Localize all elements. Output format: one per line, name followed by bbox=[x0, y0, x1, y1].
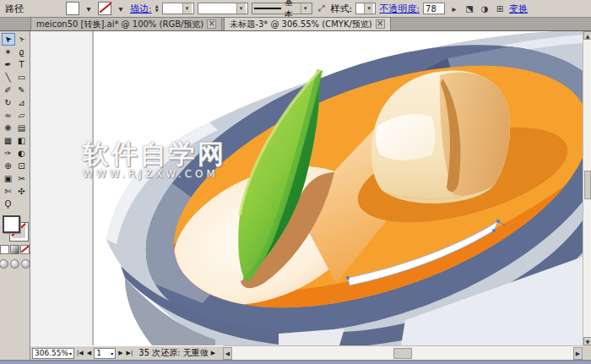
rectangle-tool[interactable]: ▭ bbox=[15, 71, 29, 84]
pencil-tool[interactable]: ✎ bbox=[15, 84, 29, 96]
gradient-button[interactable] bbox=[10, 245, 19, 254]
next-artboard-button[interactable]: ▶ bbox=[117, 350, 123, 356]
stroke-weight-stepper[interactable]: ▲▼ bbox=[155, 4, 159, 13]
hand-tool[interactable]: ✣ bbox=[15, 185, 29, 198]
slice-tool[interactable]: ✂ bbox=[15, 172, 29, 185]
tool-slot-empty bbox=[15, 198, 29, 210]
artboard-edge bbox=[93, 31, 94, 345]
color-button[interactable] bbox=[0, 245, 9, 254]
bowl-of-soup-illustration bbox=[30, 31, 583, 345]
direct-selection-tool[interactable]: ➢ bbox=[15, 33, 29, 46]
screen-mode-buttons bbox=[0, 259, 30, 269]
zoom-level-combo[interactable]: 306.55% ▾ bbox=[32, 348, 74, 359]
prev-artboard-button[interactable]: ◀ bbox=[86, 350, 92, 356]
brush-definition-combo[interactable]: 基本 ▾ bbox=[252, 3, 312, 14]
scroll-right-icon[interactable]: ▶ bbox=[573, 347, 583, 360]
constrain-proportions-icon[interactable]: ⤢ bbox=[316, 3, 328, 14]
chevron-down-icon[interactable]: ▾ bbox=[364, 3, 373, 14]
line-tool[interactable]: ╲ bbox=[2, 71, 15, 84]
style-combo[interactable]: ▾ bbox=[355, 3, 376, 14]
control-bar: 路径 ▾ ▾ 描边: ▲▼ ▾ ▾ 基本 ▾ ⤢ 样式: ▾ 不透明度: 78 … bbox=[0, 0, 591, 18]
free-transform-tool[interactable]: ▱ bbox=[15, 109, 29, 122]
tools-panel: ➤ ➢ ✶ ϱ ✒ T ╲ ▭ ✐ ✎ ↻ ⊿ ≈ ▱ ❋ ▤ ▦ ◧ ✑ ◐ … bbox=[0, 31, 30, 360]
last-artboard-button[interactable]: ▶| bbox=[126, 350, 134, 356]
tab-title: meicon50 [转换].ai* @ 100% (RGB/预览) bbox=[36, 19, 203, 30]
mesh-tool[interactable]: ▦ bbox=[2, 134, 15, 147]
gradient-tool[interactable]: ◧ bbox=[15, 134, 29, 147]
selection-tool[interactable]: ➤ bbox=[2, 33, 15, 46]
fill-swatch-white[interactable] bbox=[3, 215, 20, 233]
scrollbar-corner bbox=[583, 345, 591, 360]
symbol-sprayer-tool[interactable]: ❋ bbox=[2, 122, 15, 134]
brush-stroke-preview bbox=[254, 8, 281, 9]
horizontal-scrollbar[interactable]: ◀ ▶ bbox=[223, 345, 583, 360]
chevron-down-icon[interactable]: ▾ bbox=[182, 3, 192, 14]
opacity-combo[interactable]: 78 bbox=[423, 3, 445, 14]
selection-context-label: 路径 bbox=[5, 3, 24, 15]
transform-panel-link[interactable]: 变换 bbox=[509, 3, 528, 15]
anchor-point[interactable] bbox=[496, 220, 500, 223]
close-icon[interactable]: × bbox=[207, 19, 216, 29]
tab-untitled-3[interactable]: 未标题-3* @ 306.55% (CMYK/预览) × bbox=[224, 17, 390, 30]
screen-mode-normal-button[interactable] bbox=[0, 259, 8, 269]
scroll-down-icon[interactable]: ▼ bbox=[583, 337, 591, 345]
fill-stroke-widget bbox=[3, 215, 28, 241]
style-label: 样式: bbox=[331, 3, 353, 15]
first-artboard-button[interactable]: |◀ bbox=[76, 350, 84, 356]
select-similar-icon[interactable]: ⊞ bbox=[494, 4, 506, 14]
opacity-panel-link[interactable]: 不透明度: bbox=[379, 3, 420, 15]
magic-wand-tool[interactable]: ✶ bbox=[2, 46, 15, 58]
stroke-dropdown-icon[interactable]: ▾ bbox=[115, 4, 127, 14]
opacity-flyout-icon[interactable]: ▸ bbox=[448, 4, 460, 14]
artboard-tool[interactable]: ▣ bbox=[2, 172, 15, 185]
scale-tool[interactable]: ⊿ bbox=[15, 96, 29, 109]
document-tab-bar: meicon50 [转换].ai* @ 100% (RGB/预览) × 未标题-… bbox=[0, 18, 591, 31]
recolor-artwork-icon[interactable]: ◑ bbox=[479, 4, 491, 14]
stroke-weight-combo[interactable]: ▾ bbox=[162, 3, 194, 14]
chevron-down-icon[interactable]: ▾ bbox=[236, 3, 246, 14]
pasteboard bbox=[30, 31, 93, 345]
tab-meicon50[interactable]: meicon50 [转换].ai* @ 100% (RGB/预览) × bbox=[30, 17, 222, 30]
eyedropper-tool[interactable]: ✑ bbox=[2, 147, 15, 160]
screen-mode-menu-button[interactable] bbox=[10, 259, 19, 269]
isolate-selection-icon[interactable]: ⬔ bbox=[464, 4, 475, 14]
status-flyout-icon[interactable]: ▶ bbox=[210, 350, 216, 356]
blend-tool[interactable]: ◐ bbox=[15, 147, 29, 160]
stroke-color-swatch[interactable] bbox=[98, 2, 111, 15]
live-paint-selection-tool[interactable]: ⊡ bbox=[15, 160, 29, 172]
window-bottom-edge bbox=[0, 360, 591, 364]
fill-color-swatch[interactable] bbox=[66, 2, 79, 15]
anchor-point[interactable] bbox=[346, 276, 350, 280]
undo-status-text: 35 次还原: 无重做 bbox=[138, 347, 208, 359]
width-profile-combo[interactable]: ▾ bbox=[198, 3, 248, 14]
vertical-scrollbar[interactable]: ▲ ▼ bbox=[583, 31, 591, 345]
scroll-up-icon[interactable]: ▲ bbox=[583, 31, 591, 40]
screen-mode-full-button[interactable] bbox=[21, 259, 30, 269]
horizontal-scroll-thumb[interactable] bbox=[393, 348, 412, 359]
rotate-tool[interactable]: ↻ bbox=[2, 96, 15, 109]
document-canvas[interactable]: 软件自学网 WWW.RJZXW.COM bbox=[30, 31, 583, 345]
stroke-panel-link[interactable]: 描边: bbox=[130, 3, 152, 15]
graph-tool[interactable]: ▤ bbox=[15, 122, 29, 134]
paint-mode-buttons bbox=[0, 245, 30, 254]
lasso-tool[interactable]: ϱ bbox=[15, 46, 29, 58]
tab-title: 未标题-3* @ 306.55% (CMYK/预览) bbox=[230, 19, 371, 30]
pen-tool[interactable]: ✒ bbox=[2, 58, 15, 71]
artboard-number-combo[interactable]: 1 ▾ bbox=[94, 348, 116, 359]
scissors-tool[interactable]: ✄ bbox=[2, 185, 15, 198]
none-button[interactable] bbox=[20, 245, 30, 254]
chevron-down-icon[interactable]: ▾ bbox=[301, 3, 310, 14]
scroll-left-icon[interactable]: ◀ bbox=[223, 347, 232, 360]
vertical-scroll-thumb[interactable] bbox=[584, 171, 591, 199]
warp-tool[interactable]: ≈ bbox=[2, 109, 15, 122]
live-paint-bucket-tool[interactable]: ⊕ bbox=[2, 160, 15, 172]
paintbrush-tool[interactable]: ✐ bbox=[2, 84, 15, 96]
status-bar: 306.55% ▾ |◀ ◀ 1 ▾ ▶ ▶| 35 次还原: 无重做 ▶ bbox=[30, 345, 223, 360]
zoom-tool[interactable]: Ϙ bbox=[2, 198, 15, 210]
type-tool[interactable]: T bbox=[15, 58, 29, 71]
fill-dropdown-icon[interactable]: ▾ bbox=[83, 4, 95, 14]
close-icon[interactable]: × bbox=[376, 19, 385, 29]
anchor-point[interactable] bbox=[492, 229, 496, 232]
